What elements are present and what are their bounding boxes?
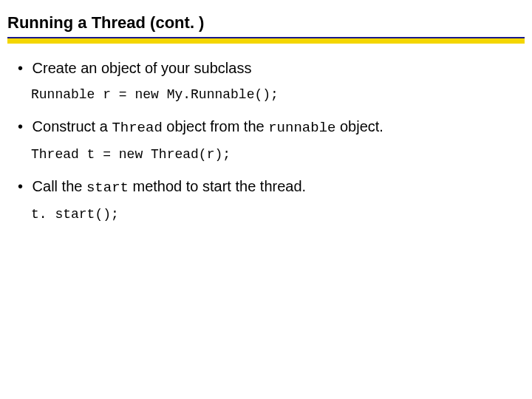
bullet-icon: • [18, 58, 28, 78]
bullet-icon: • [18, 117, 28, 137]
bullet-3-prefix: Call the [33, 178, 86, 194]
bullet-2-suffix: object. [335, 118, 383, 134]
slide: Running a Thread (cont. ) • Create an ob… [0, 0, 532, 399]
bullet-2-mono-runnable: runnable [268, 120, 335, 136]
title-area: Running a Thread (cont. ) [0, 0, 532, 48]
bullet-3-mid: method to start the thread. [129, 178, 306, 194]
bullet-1: • Create an object of your subclass [18, 58, 514, 78]
bullet-3-mono-start: start [86, 180, 129, 196]
bullet-2-mid: object from the [163, 118, 268, 134]
title-divider [7, 37, 525, 44]
slide-title: Running a Thread (cont. ) [7, 13, 525, 33]
bullet-3-code: t. start(); [31, 205, 514, 223]
bullet-icon: • [18, 177, 28, 197]
bullet-2: • Construct a Thread object from the run… [18, 117, 514, 138]
bullet-2-text: Construct a Thread object from the runna… [33, 118, 383, 134]
slide-body: • Create an object of your subclass Runn… [0, 48, 532, 223]
bullet-1-text: Create an object of your subclass [33, 60, 252, 76]
bullet-1-code: Runnable r = new My.Runnable(); [31, 86, 514, 103]
bullet-2-mono-thread: Thread [112, 120, 162, 136]
bullet-2-code: Thread t = new Thread(r); [31, 146, 514, 163]
bullet-2-prefix: Construct a [33, 118, 112, 134]
bullet-3: • Call the start method to start the thr… [18, 177, 514, 198]
bullet-3-text: Call the start method to start the threa… [33, 178, 307, 194]
